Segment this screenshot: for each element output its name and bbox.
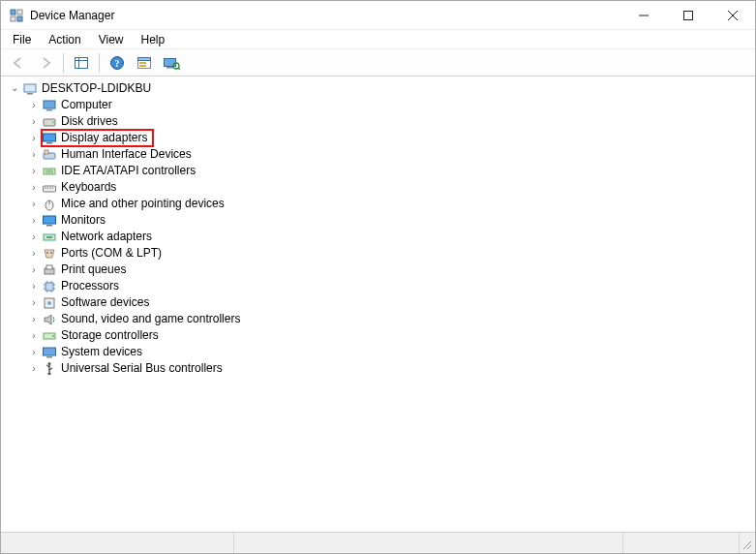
category-icon [42,131,57,146]
svg-rect-3 [17,16,22,21]
svg-rect-35 [45,187,46,189]
expander-icon[interactable]: › [26,196,42,212]
tree-item-label: Ports (COM & LPT) [61,245,162,262]
expander-icon[interactable]: › [26,360,42,377]
tree-root[interactable]: ⌄ DESKTOP-LDIDKBU [7,80,753,97]
expander-icon[interactable]: › [26,327,42,344]
tree-item[interactable]: ›Processors [26,278,753,294]
svg-line-20 [178,68,180,70]
properties-button[interactable] [133,52,156,74]
svg-rect-8 [76,57,88,68]
svg-rect-63 [46,356,52,358]
expander-icon[interactable]: › [26,130,42,146]
toolbar: ? [1,49,755,77]
expander-icon[interactable]: › [26,179,42,196]
tree-item-label: Processors [61,278,119,294]
svg-rect-31 [44,169,55,174]
expander-icon[interactable]: › [26,311,42,327]
tree-item-label: Software devices [61,294,149,311]
svg-rect-36 [47,187,49,189]
tree-item[interactable]: ›System devices [26,344,753,360]
forward-button[interactable] [34,52,57,74]
svg-rect-22 [27,93,33,95]
tree-item-label: Disk drives [61,113,118,130]
tree-item-label: Print queues [61,262,126,278]
tree-item[interactable]: ›Universal Serial Bus controllers [26,360,753,377]
tree-item[interactable]: ›Human Interface Devices [26,146,753,163]
svg-rect-41 [44,216,56,224]
title-bar: Device Manager [1,1,755,30]
minimize-button[interactable] [621,1,666,29]
tree-item-label: Network adapters [61,229,152,245]
expander-icon[interactable]: › [26,212,42,229]
status-cell [1,533,234,553]
svg-rect-5 [684,11,693,19]
menu-help[interactable]: Help [134,32,173,47]
expander-icon[interactable]: › [26,278,42,294]
expander-icon[interactable]: › [26,294,42,311]
tree-item-label: Keyboards [61,179,116,196]
expander-icon[interactable]: › [26,262,42,278]
tree-item[interactable]: ›Mice and other pointing devices [26,196,753,212]
status-cell [234,533,623,553]
expander-icon[interactable]: › [26,245,42,262]
help-button[interactable]: ? [106,52,129,74]
tree-item[interactable]: ›Network adapters [26,229,753,245]
category-icon [42,213,57,229]
category-icon [42,98,57,113]
category-icon [42,197,57,212]
scan-hardware-button[interactable] [160,52,183,74]
svg-rect-14 [138,57,151,60]
tree-item-label: Human Interface Devices [61,146,192,163]
menu-view[interactable]: View [91,32,132,47]
category-icon [42,262,57,278]
tree-item[interactable]: ›Keyboards [26,179,753,196]
category-icon [42,246,57,262]
menu-file[interactable]: File [5,32,39,47]
maximize-button[interactable] [666,1,711,29]
expander-icon[interactable]: › [26,113,42,130]
svg-rect-44 [46,236,52,238]
menu-bar: File Action View Help [1,30,755,49]
window-title: Device Manager [30,9,621,22]
resize-grip[interactable] [740,533,755,553]
menu-action[interactable]: Action [41,32,88,47]
expander-icon[interactable]: › [26,146,42,163]
svg-rect-21 [24,84,36,92]
tree-item[interactable]: ›Ports (COM & LPT) [26,245,753,262]
category-icon [42,328,57,344]
expander-icon[interactable]: › [26,97,42,113]
category-icon [42,147,57,163]
tree-item[interactable]: ›Computer [26,97,753,113]
svg-rect-62 [44,348,56,355]
tree-item[interactable]: ›Storage controllers [26,327,753,344]
svg-line-67 [743,541,751,549]
category-icon [42,180,57,196]
svg-point-65 [48,362,51,365]
tree-root-label: DESKTOP-LDIDKBU [42,80,151,97]
expander-icon[interactable]: › [26,163,42,179]
tree-item[interactable]: ›Disk drives [26,113,753,130]
tree-item[interactable]: ›Software devices [26,294,753,311]
toolbar-separator [99,53,100,73]
svg-text:?: ? [115,58,120,69]
status-bar [1,532,755,553]
tree-item[interactable]: ›Display adapters [26,130,753,146]
show-hidden-button[interactable] [70,52,93,74]
svg-point-59 [47,301,51,305]
category-icon [42,279,57,294]
expander-icon[interactable]: › [26,344,42,360]
tree-item-label: Sound, video and game controllers [61,311,240,327]
expander-icon[interactable]: › [26,229,42,245]
tree-item-label: IDE ATA/ATAPI controllers [61,163,196,179]
back-button[interactable] [7,52,30,74]
device-tree[interactable]: ⌄ DESKTOP-LDIDKBU ›Computer›Disk drives›… [1,77,755,532]
tree-item[interactable]: ›Print queues [26,262,753,278]
tree-item[interactable]: ›Monitors [26,212,753,229]
tree-item[interactable]: ›IDE ATA/ATAPI controllers [26,163,753,179]
close-button[interactable] [711,1,755,29]
tree-item[interactable]: ›Sound, video and game controllers [26,311,753,327]
expander-icon[interactable]: ⌄ [7,79,22,96]
tree-item-label: Storage controllers [61,327,159,344]
svg-rect-42 [46,225,52,227]
